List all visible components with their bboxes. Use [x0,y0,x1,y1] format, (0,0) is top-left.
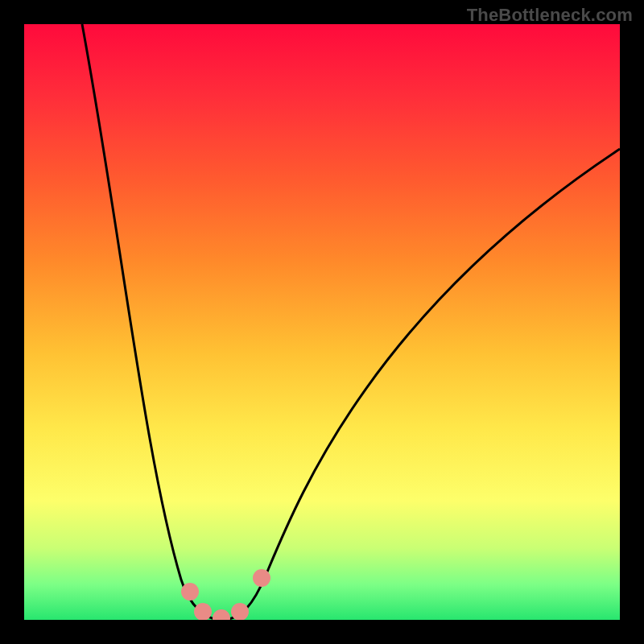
watermark-text: TheBottleneck.com [467,5,633,26]
marker-2 [194,603,212,620]
marker-3 [213,609,230,620]
chart-stage: TheBottleneck.com [0,0,644,644]
curve-layer [24,24,620,620]
gradient-plot-area [24,24,620,620]
marker-5 [253,569,270,587]
marker-4 [231,603,249,620]
marker-1 [181,583,199,601]
bottleneck-curve [82,24,620,620]
